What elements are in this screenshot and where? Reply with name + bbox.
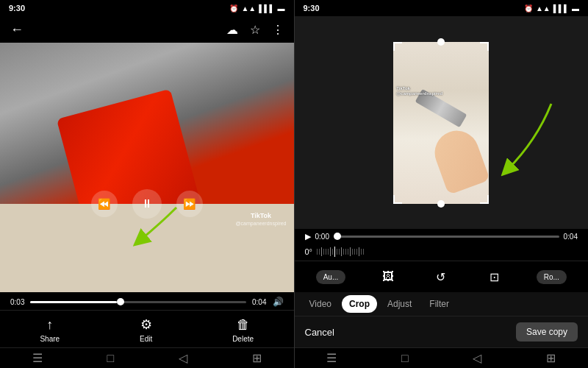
tab-video[interactable]: Video (302, 295, 339, 313)
tick (332, 249, 333, 255)
crop-corner-bl[interactable] (393, 195, 402, 204)
tick (345, 249, 346, 255)
alarm-icon: ⏰ (229, 4, 238, 13)
right-video-area: TikTok @campaneerdnspired (295, 16, 589, 229)
nav-home-icon[interactable]: □ (107, 352, 115, 365)
tiktok-logo: TikTok (251, 212, 271, 219)
crop-corner-tl[interactable] (393, 42, 402, 51)
rotation-angle: 0° (305, 247, 313, 256)
rt-time-end: 0:04 (564, 233, 578, 241)
status-time-right: 9:30 (304, 4, 320, 13)
rotation-bar: 0° (295, 244, 589, 261)
tick (326, 249, 326, 255)
timeline-progress (30, 301, 116, 303)
alarm-icon-r: ⏰ (524, 4, 533, 13)
tick (354, 249, 355, 255)
delete-icon: 🗑 (237, 317, 250, 333)
wifi-icon-r: ▲▲ (536, 4, 551, 13)
upload-icon[interactable]: ☁ (226, 23, 238, 37)
bottom-nav-left: ☰ □ ◁ ⊞ (0, 347, 294, 368)
nav-menu-icon[interactable]: ☰ (32, 351, 43, 365)
undo-icon: ↺ (436, 270, 445, 284)
share-icon: ↑ (46, 317, 53, 333)
edit-icon: ⚙ (140, 316, 152, 333)
bottom-nav-right: ☰ □ ◁ ⊞ (295, 347, 589, 368)
tick (328, 249, 329, 255)
cancel-button[interactable]: Cancel (305, 327, 334, 338)
crop-frame[interactable]: TikTok @campaneerdnspired (393, 42, 489, 204)
timeline-area: 0:03 0:04 🔊 (0, 292, 294, 310)
tab-crop[interactable]: Crop (342, 295, 377, 313)
tools-bar: Au... 🖼 ↺ ⊡ Ro... (295, 261, 589, 292)
crop-icon: ⊡ (490, 270, 499, 284)
tab-adjust[interactable]: Adjust (380, 295, 419, 313)
tick (356, 249, 357, 255)
status-icons-right: ⏰ ▲▲ ▌▌▌ ▬ (524, 4, 579, 13)
rt-time-start: 0:00 (315, 233, 329, 241)
playback-controls: ⏪ ⏸ ⏩ (91, 189, 203, 219)
rt-bar[interactable] (334, 236, 559, 238)
star-icon[interactable]: ☆ (250, 23, 260, 37)
nav-apps-icon[interactable]: ⊞ (252, 351, 262, 365)
wifi-icon: ▲▲ (241, 4, 256, 13)
tiktok-username: @campaneerdnspired (236, 221, 287, 226)
pause-button[interactable]: ⏸ (132, 189, 162, 219)
tabs-bar: Video Crop Adjust Filter (295, 292, 589, 316)
nav-menu-icon-r[interactable]: ☰ (326, 351, 337, 365)
tick-major (341, 247, 342, 256)
forward-button[interactable]: ⏩ (176, 191, 203, 217)
tool-img-button[interactable]: 🖼 (377, 266, 399, 288)
delete-label: Delete (232, 335, 254, 343)
tick-major (350, 247, 351, 256)
tick (363, 249, 364, 255)
tiktok-watermark: TikTok @campaneerdnspired (236, 212, 287, 226)
battery-icon-r: ▬ (572, 4, 579, 13)
battery-icon: ▬ (278, 4, 285, 13)
back-button[interactable]: ← (10, 22, 24, 38)
timeline-scrubber[interactable] (117, 298, 124, 305)
tick (343, 249, 344, 255)
left-header: ← ☁ ☆ ⋮ (0, 16, 294, 43)
image-icon: 🖼 (382, 270, 394, 283)
tick (361, 249, 362, 255)
save-copy-button[interactable]: Save copy (516, 322, 578, 342)
delete-action[interactable]: 🗑 Delete (232, 317, 254, 343)
nav-apps-icon-r[interactable]: ⊞ (546, 351, 556, 365)
tick (317, 249, 318, 255)
volume-icon[interactable]: 🔊 (273, 297, 284, 307)
crop-handle-top[interactable] (437, 38, 445, 46)
rt-scrubber[interactable] (334, 233, 341, 240)
nav-back-icon[interactable]: ◁ (179, 351, 187, 365)
annotation-arrow-right (478, 96, 573, 185)
nav-back-icon-r[interactable]: ◁ (473, 351, 481, 365)
tool-undo-button[interactable]: ↺ (430, 266, 452, 288)
tick (323, 249, 324, 255)
edit-label: Edit (140, 335, 152, 343)
timeline-bar[interactable] (30, 301, 246, 303)
tab-filter[interactable]: Filter (422, 295, 456, 313)
crop-handle-bottom[interactable] (437, 200, 445, 208)
tick-major (330, 247, 331, 256)
signal-icon: ▌▌▌ (259, 4, 274, 13)
video-area: ⏪ ⏸ ⏩ TikTok @campaneerdnspired (0, 43, 294, 292)
status-icons-left: ⏰ ▲▲ ▌▌▌ ▬ (229, 4, 284, 13)
crop-container: TikTok @campaneerdnspired (393, 42, 489, 204)
tick (352, 249, 353, 255)
tool-ro-button[interactable]: Ro... (537, 270, 567, 284)
tool-au-button[interactable]: Au... (316, 270, 346, 284)
crop-corner-tr[interactable] (480, 42, 489, 51)
status-bar-left: 9:30 ⏰ ▲▲ ▌▌▌ ▬ (0, 0, 294, 16)
timeline-start: 0:03 (10, 298, 24, 306)
more-icon[interactable]: ⋮ (272, 23, 284, 37)
tool-crop-button[interactable]: ⊡ (483, 266, 505, 288)
rotation-ticks (317, 246, 578, 258)
edit-action[interactable]: ⚙ Edit (140, 316, 152, 343)
tiktok-overlay-logo: TikTok (396, 86, 442, 91)
share-action[interactable]: ↑ Share (40, 317, 60, 343)
rewind-button[interactable]: ⏪ (91, 191, 118, 217)
video-hand (429, 124, 489, 195)
crop-corner-br[interactable] (480, 195, 489, 204)
nav-home-icon-r[interactable]: □ (401, 352, 409, 365)
play-icon[interactable]: ▶ (305, 232, 311, 241)
video-preview: TikTok @campaneerdnspired (393, 42, 489, 204)
